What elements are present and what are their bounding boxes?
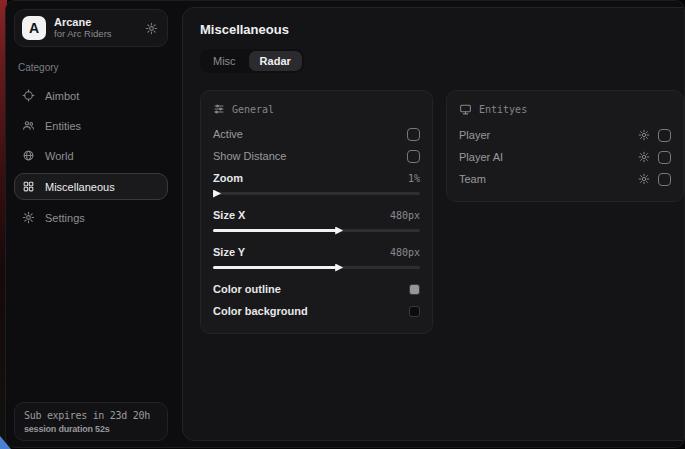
slider-row-size-x: Size X 480px — [213, 204, 420, 226]
general-card-header: General — [213, 103, 420, 115]
entity-label: Player — [459, 129, 490, 141]
slider-label: Zoom — [213, 172, 243, 184]
toggle-row-active: Active — [213, 123, 420, 145]
gear-icon[interactable] — [145, 22, 158, 35]
entities-card: Entityes Player Player AI — [446, 90, 684, 202]
slider-thumb[interactable] — [335, 227, 343, 235]
slider-value: 480px — [390, 210, 420, 221]
active-checkbox[interactable] — [407, 128, 420, 141]
brand-title: Arcane — [54, 16, 112, 29]
entity-row-team: Team — [459, 168, 671, 190]
brand-text: Arcane for Arc Riders — [54, 16, 112, 40]
tablist: Misc Radar — [200, 49, 304, 73]
sub-expires-text: Sub expires in 23d 20h — [24, 410, 158, 421]
tab-misc[interactable]: Misc — [202, 51, 247, 71]
sliders-icon — [213, 103, 225, 115]
zoom-slider[interactable] — [213, 192, 420, 195]
brand-subtitle: for Arc Riders — [54, 29, 112, 40]
crosshair-icon — [22, 89, 35, 102]
session-duration-text: session duration 52s — [24, 424, 158, 434]
entities-card-header: Entityes — [459, 103, 671, 116]
size-y-slider[interactable] — [213, 266, 420, 269]
slider-label: Size X — [213, 209, 245, 221]
show-distance-checkbox[interactable] — [407, 150, 420, 163]
subscription-card: Sub expires in 23d 20h session duration … — [14, 402, 168, 441]
category-label: Category — [18, 62, 164, 73]
gear-icon — [22, 211, 35, 224]
entity-row-player-ai: Player AI — [459, 146, 671, 168]
sidebar-item-miscellaneous[interactable]: Miscellaneous — [14, 173, 168, 200]
people-icon — [22, 119, 35, 132]
sidebar-item-label: Entities — [45, 120, 81, 132]
entity-controls — [638, 173, 671, 186]
cards-row: General Active Show Distance Zoom 1% — [200, 90, 684, 334]
size-x-slider[interactable] — [213, 229, 420, 232]
color-row-background: Color background — [213, 300, 420, 322]
slider-fill — [213, 266, 337, 269]
player-ai-checkbox[interactable] — [658, 151, 671, 164]
entity-label: Team — [459, 173, 486, 185]
slider-label: Size Y — [213, 246, 245, 258]
slider-value: 1% — [408, 173, 420, 184]
slider-row-size-y: Size Y 480px — [213, 241, 420, 263]
gear-icon[interactable] — [638, 173, 650, 185]
sidebar-item-label: Aimbot — [45, 90, 79, 102]
globe-icon — [22, 149, 35, 162]
sidebar-item-label: World — [45, 150, 74, 162]
color-row-outline: Color outline — [213, 278, 420, 300]
general-card-title: General — [232, 104, 274, 115]
color-label: Color outline — [213, 283, 281, 295]
sidebar-nav: Aimbot Entities World Miscellaneous — [14, 83, 168, 230]
entity-row-player: Player — [459, 124, 671, 146]
entity-label: Player AI — [459, 151, 503, 163]
sidebar-item-aimbot[interactable]: Aimbot — [14, 83, 168, 108]
sidebar: A Arcane for Arc Riders Category Aimbot — [6, 1, 176, 447]
color-background-swatch[interactable] — [409, 306, 420, 317]
sidebar-item-world[interactable]: World — [14, 143, 168, 168]
slider-value: 480px — [390, 247, 420, 258]
monitor-icon — [459, 103, 472, 116]
general-card: General Active Show Distance Zoom 1% — [200, 90, 433, 334]
main-panel: Miscellaneous Misc Radar General Active — [182, 7, 685, 441]
brand-card: A Arcane for Arc Riders — [14, 9, 168, 47]
gear-icon[interactable] — [638, 129, 650, 141]
entity-controls — [638, 151, 671, 164]
entity-controls — [638, 129, 671, 142]
slider-thumb[interactable] — [213, 190, 221, 198]
color-outline-swatch[interactable] — [409, 284, 420, 295]
toggle-label: Active — [213, 128, 243, 140]
app-window: A Arcane for Arc Riders Category Aimbot — [5, 0, 685, 448]
slider-thumb[interactable] — [335, 264, 343, 272]
color-label: Color background — [213, 305, 308, 317]
grid-icon — [22, 180, 35, 193]
sidebar-item-entities[interactable]: Entities — [14, 113, 168, 138]
sidebar-item-label: Settings — [45, 212, 85, 224]
toggle-label: Show Distance — [213, 150, 286, 162]
tab-radar[interactable]: Radar — [249, 51, 302, 71]
page-title: Miscellaneous — [200, 22, 684, 37]
app-logo: A — [22, 16, 46, 40]
sidebar-item-settings[interactable]: Settings — [14, 205, 168, 230]
slider-fill — [213, 229, 337, 232]
team-checkbox[interactable] — [658, 173, 671, 186]
gear-icon[interactable] — [638, 151, 650, 163]
sidebar-item-label: Miscellaneous — [45, 181, 115, 193]
entities-card-title: Entityes — [479, 104, 527, 115]
player-checkbox[interactable] — [658, 129, 671, 142]
toggle-row-show-distance: Show Distance — [213, 145, 420, 167]
slider-row-zoom: Zoom 1% — [213, 167, 420, 189]
